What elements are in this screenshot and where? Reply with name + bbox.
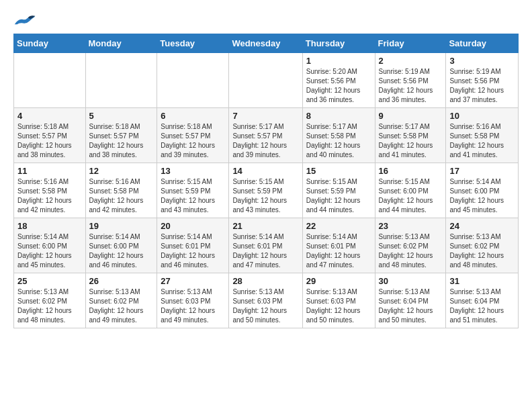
day-content: Sunrise: 5:16 AM Sunset: 5:58 PM Dayligh… xyxy=(89,177,154,215)
day-number: 21 xyxy=(232,221,298,231)
day-content: Sunrise: 5:13 AM Sunset: 6:03 PM Dayligh… xyxy=(161,287,225,325)
day-number: 2 xyxy=(379,56,443,66)
day-number: 27 xyxy=(161,276,225,286)
calendar-cell: 29Sunrise: 5:13 AM Sunset: 6:03 PM Dayli… xyxy=(302,273,375,328)
calendar-cell: 20Sunrise: 5:14 AM Sunset: 6:01 PM Dayli… xyxy=(157,218,229,273)
weekday-header: Saturday xyxy=(446,34,519,53)
day-content: Sunrise: 5:15 AM Sunset: 5:59 PM Dayligh… xyxy=(306,177,371,215)
day-number: 22 xyxy=(306,221,371,231)
calendar-cell xyxy=(14,53,86,108)
calendar-cell: 10Sunrise: 5:16 AM Sunset: 5:58 PM Dayli… xyxy=(446,108,519,163)
calendar-week-row: 11Sunrise: 5:16 AM Sunset: 5:58 PM Dayli… xyxy=(14,163,519,218)
calendar-cell: 13Sunrise: 5:15 AM Sunset: 5:59 PM Dayli… xyxy=(157,163,229,218)
day-content: Sunrise: 5:15 AM Sunset: 5:59 PM Dayligh… xyxy=(232,177,298,215)
day-number: 18 xyxy=(17,221,82,231)
day-number: 23 xyxy=(379,221,443,231)
weekday-header: Wednesday xyxy=(229,34,302,53)
calendar-cell: 31Sunrise: 5:13 AM Sunset: 6:04 PM Dayli… xyxy=(446,273,519,328)
day-content: Sunrise: 5:13 AM Sunset: 6:02 PM Dayligh… xyxy=(89,287,154,325)
calendar-cell: 11Sunrise: 5:16 AM Sunset: 5:58 PM Dayli… xyxy=(14,163,86,218)
day-number: 16 xyxy=(379,166,443,176)
day-content: Sunrise: 5:13 AM Sunset: 6:02 PM Dayligh… xyxy=(449,232,515,270)
calendar-cell xyxy=(157,53,229,108)
calendar-cell: 22Sunrise: 5:14 AM Sunset: 6:01 PM Dayli… xyxy=(302,218,375,273)
weekday-header: Thursday xyxy=(302,34,375,53)
day-content: Sunrise: 5:18 AM Sunset: 5:57 PM Dayligh… xyxy=(161,122,225,160)
day-content: Sunrise: 5:13 AM Sunset: 6:02 PM Dayligh… xyxy=(17,287,82,325)
day-number: 8 xyxy=(306,111,371,121)
calendar-cell: 27Sunrise: 5:13 AM Sunset: 6:03 PM Dayli… xyxy=(157,273,229,328)
weekday-header: Sunday xyxy=(14,34,86,53)
day-content: Sunrise: 5:16 AM Sunset: 5:58 PM Dayligh… xyxy=(449,122,515,160)
calendar-cell: 28Sunrise: 5:13 AM Sunset: 6:03 PM Dayli… xyxy=(229,273,302,328)
logo-icon xyxy=(13,13,38,27)
calendar-body: 1Sunrise: 5:20 AM Sunset: 5:56 PM Daylig… xyxy=(14,53,519,328)
calendar-cell: 30Sunrise: 5:13 AM Sunset: 6:04 PM Dayli… xyxy=(375,273,446,328)
day-number: 31 xyxy=(449,276,515,286)
day-number: 28 xyxy=(232,276,298,286)
weekday-row: SundayMondayTuesdayWednesdayThursdayFrid… xyxy=(14,34,519,53)
day-number: 20 xyxy=(161,221,225,231)
calendar-cell: 24Sunrise: 5:13 AM Sunset: 6:02 PM Dayli… xyxy=(446,218,519,273)
calendar-cell: 4Sunrise: 5:18 AM Sunset: 5:57 PM Daylig… xyxy=(14,108,86,163)
day-number: 6 xyxy=(161,111,225,121)
day-number: 30 xyxy=(379,276,443,286)
day-number: 12 xyxy=(89,166,154,176)
day-content: Sunrise: 5:14 AM Sunset: 6:01 PM Dayligh… xyxy=(306,232,371,270)
day-content: Sunrise: 5:19 AM Sunset: 5:56 PM Dayligh… xyxy=(449,67,515,105)
day-content: Sunrise: 5:13 AM Sunset: 6:04 PM Dayligh… xyxy=(379,287,443,325)
day-number: 19 xyxy=(89,221,154,231)
calendar-cell: 21Sunrise: 5:14 AM Sunset: 6:01 PM Dayli… xyxy=(229,218,302,273)
calendar-cell xyxy=(229,53,302,108)
day-number: 7 xyxy=(232,111,298,121)
day-number: 10 xyxy=(449,111,515,121)
day-content: Sunrise: 5:14 AM Sunset: 6:01 PM Dayligh… xyxy=(161,232,225,270)
calendar-week-row: 4Sunrise: 5:18 AM Sunset: 5:57 PM Daylig… xyxy=(14,108,519,163)
day-content: Sunrise: 5:16 AM Sunset: 5:58 PM Dayligh… xyxy=(17,177,82,215)
day-number: 9 xyxy=(379,111,443,121)
calendar-cell: 18Sunrise: 5:14 AM Sunset: 6:00 PM Dayli… xyxy=(14,218,86,273)
day-number: 4 xyxy=(17,111,82,121)
day-content: Sunrise: 5:13 AM Sunset: 6:03 PM Dayligh… xyxy=(232,287,298,325)
logo xyxy=(13,13,40,27)
day-content: Sunrise: 5:17 AM Sunset: 5:58 PM Dayligh… xyxy=(379,122,443,160)
calendar-cell: 9Sunrise: 5:17 AM Sunset: 5:58 PM Daylig… xyxy=(375,108,446,163)
calendar-cell xyxy=(85,53,157,108)
calendar-header: SundayMondayTuesdayWednesdayThursdayFrid… xyxy=(14,34,519,53)
day-content: Sunrise: 5:13 AM Sunset: 6:03 PM Dayligh… xyxy=(306,287,371,325)
day-number: 29 xyxy=(306,276,371,286)
day-content: Sunrise: 5:14 AM Sunset: 6:00 PM Dayligh… xyxy=(449,177,515,215)
calendar-cell: 6Sunrise: 5:18 AM Sunset: 5:57 PM Daylig… xyxy=(157,108,229,163)
calendar-cell: 16Sunrise: 5:15 AM Sunset: 6:00 PM Dayli… xyxy=(375,163,446,218)
day-content: Sunrise: 5:18 AM Sunset: 5:57 PM Dayligh… xyxy=(89,122,154,160)
calendar-week-row: 25Sunrise: 5:13 AM Sunset: 6:02 PM Dayli… xyxy=(14,273,519,328)
day-number: 3 xyxy=(449,56,515,66)
calendar-cell: 1Sunrise: 5:20 AM Sunset: 5:56 PM Daylig… xyxy=(302,53,375,108)
calendar-cell: 25Sunrise: 5:13 AM Sunset: 6:02 PM Dayli… xyxy=(14,273,86,328)
calendar-cell: 12Sunrise: 5:16 AM Sunset: 5:58 PM Dayli… xyxy=(85,163,157,218)
calendar-cell: 23Sunrise: 5:13 AM Sunset: 6:02 PM Dayli… xyxy=(375,218,446,273)
calendar-cell: 8Sunrise: 5:17 AM Sunset: 5:58 PM Daylig… xyxy=(302,108,375,163)
day-content: Sunrise: 5:13 AM Sunset: 6:02 PM Dayligh… xyxy=(379,232,443,270)
calendar-cell: 26Sunrise: 5:13 AM Sunset: 6:02 PM Dayli… xyxy=(85,273,157,328)
day-content: Sunrise: 5:14 AM Sunset: 6:01 PM Dayligh… xyxy=(232,232,298,270)
weekday-header: Monday xyxy=(85,34,157,53)
day-content: Sunrise: 5:15 AM Sunset: 5:59 PM Dayligh… xyxy=(161,177,225,215)
day-number: 26 xyxy=(89,276,154,286)
calendar-cell: 17Sunrise: 5:14 AM Sunset: 6:00 PM Dayli… xyxy=(446,163,519,218)
calendar-cell: 7Sunrise: 5:17 AM Sunset: 5:57 PM Daylig… xyxy=(229,108,302,163)
day-number: 1 xyxy=(306,56,371,66)
day-number: 14 xyxy=(232,166,298,176)
calendar-week-row: 18Sunrise: 5:14 AM Sunset: 6:00 PM Dayli… xyxy=(14,218,519,273)
day-content: Sunrise: 5:14 AM Sunset: 6:00 PM Dayligh… xyxy=(17,232,82,270)
day-content: Sunrise: 5:20 AM Sunset: 5:56 PM Dayligh… xyxy=(306,67,371,105)
day-number: 5 xyxy=(89,111,154,121)
calendar-cell: 5Sunrise: 5:18 AM Sunset: 5:57 PM Daylig… xyxy=(85,108,157,163)
day-content: Sunrise: 5:14 AM Sunset: 6:00 PM Dayligh… xyxy=(89,232,154,270)
day-number: 25 xyxy=(17,276,82,286)
day-content: Sunrise: 5:19 AM Sunset: 5:56 PM Dayligh… xyxy=(379,67,443,105)
day-content: Sunrise: 5:18 AM Sunset: 5:57 PM Dayligh… xyxy=(17,122,82,160)
day-number: 24 xyxy=(449,221,515,231)
day-number: 17 xyxy=(449,166,515,176)
day-content: Sunrise: 5:17 AM Sunset: 5:58 PM Dayligh… xyxy=(306,122,371,160)
